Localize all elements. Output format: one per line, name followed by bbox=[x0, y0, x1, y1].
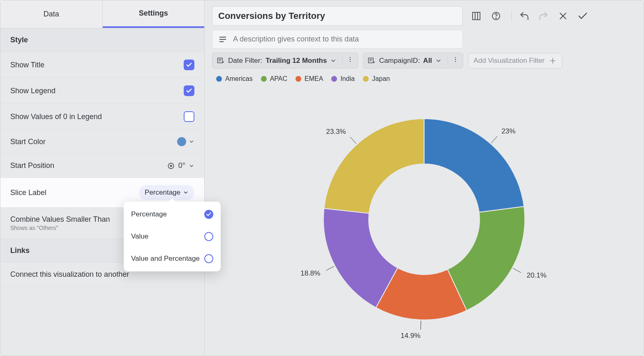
chart-legend: AmericasAPACEMEAIndiaJapan bbox=[212, 73, 636, 83]
settings-panel: Data Settings Style Show Title Show Lege… bbox=[0, 0, 205, 356]
start-position-picker[interactable]: 0° bbox=[167, 161, 194, 170]
redo-button[interactable] bbox=[537, 10, 549, 22]
radio-unselected-icon bbox=[204, 254, 213, 263]
tab-data[interactable]: Data bbox=[0, 0, 103, 28]
slice-leader bbox=[513, 268, 521, 273]
setting-label: Start Color bbox=[10, 138, 177, 146]
legend-dot bbox=[216, 76, 222, 82]
setting-show-zero: Show Values of 0 in Legend bbox=[0, 104, 204, 130]
slice-label: 23% bbox=[501, 127, 515, 135]
chart-panel: Conversions by Territory bbox=[205, 0, 644, 356]
slice-label: 23.3% bbox=[326, 128, 346, 136]
chevron-down-icon bbox=[183, 190, 189, 195]
chart-topbar: Conversions by Territory bbox=[212, 6, 636, 26]
add-filter-label: Add Visualization Filter bbox=[473, 57, 545, 65]
check-icon bbox=[577, 10, 589, 22]
slice-leader bbox=[421, 320, 421, 329]
checkbox-show-legend[interactable] bbox=[184, 85, 194, 96]
setting-label: Show Values of 0 in Legend bbox=[10, 113, 184, 121]
checkbox-show-zero[interactable] bbox=[184, 111, 194, 122]
setting-label: Start Position bbox=[10, 161, 167, 170]
legend-label: Americas bbox=[225, 75, 253, 83]
setting-label: Show Title bbox=[10, 61, 184, 69]
chart-area: 23%20.1%14.9%18.8%23.3% bbox=[212, 87, 636, 351]
legend-label: EMEA bbox=[305, 75, 323, 83]
plus-icon bbox=[549, 57, 557, 65]
add-filter-button[interactable]: Add Visualization Filter bbox=[468, 53, 562, 69]
chevron-down-icon bbox=[189, 139, 194, 145]
close-button[interactable] bbox=[557, 10, 569, 22]
undo-icon bbox=[519, 11, 530, 21]
tab-settings[interactable]: Settings bbox=[103, 0, 205, 28]
legend-item[interactable]: Americas bbox=[216, 75, 253, 83]
filter-bar: Date Filter: Trailing 12 Months Campaign… bbox=[212, 53, 636, 69]
filter-date[interactable]: Date Filter: Trailing 12 Months bbox=[212, 53, 358, 69]
chart-title-input[interactable]: Conversions by Territory bbox=[212, 6, 463, 26]
filter-label: Date Filter: bbox=[228, 57, 262, 65]
kebab-icon bbox=[347, 56, 353, 63]
svg-point-21 bbox=[455, 57, 456, 58]
setting-start-color: Start Color bbox=[0, 130, 204, 154]
filter-label: CampaignID: bbox=[379, 57, 420, 65]
redo-icon bbox=[538, 11, 549, 21]
slice-label-option-value-and-percentage[interactable]: Value and Percentage bbox=[124, 248, 221, 270]
filter-menu-button[interactable] bbox=[342, 56, 353, 65]
grid-icon-button[interactable] bbox=[470, 10, 482, 22]
check-icon bbox=[186, 62, 192, 68]
slice-label-value: Percentage bbox=[145, 188, 180, 197]
setting-label: Connect this visualization to another bbox=[10, 270, 194, 279]
legend-item[interactable]: Japan bbox=[363, 75, 390, 83]
help-button[interactable] bbox=[490, 10, 502, 22]
start-color-picker[interactable] bbox=[177, 137, 194, 146]
setting-start-position: Start Position 0° bbox=[0, 154, 204, 178]
legend-label: APAC bbox=[270, 75, 287, 83]
svg-point-1 bbox=[170, 165, 171, 166]
grid-icon bbox=[471, 11, 481, 21]
slice-leader bbox=[326, 266, 334, 270]
legend-dot bbox=[295, 76, 301, 82]
donut-chart: 23%20.1%14.9%18.8%23.3% bbox=[268, 100, 580, 338]
filter-icon bbox=[217, 57, 225, 65]
legend-item[interactable]: APAC bbox=[261, 75, 287, 83]
svg-rect-12 bbox=[218, 58, 223, 63]
legend-dot bbox=[363, 76, 369, 82]
option-label: Percentage bbox=[131, 210, 167, 218]
paragraph-icon bbox=[218, 35, 227, 44]
kebab-icon bbox=[452, 56, 459, 63]
svg-rect-2 bbox=[473, 12, 480, 20]
legend-label: Japan bbox=[372, 75, 390, 83]
chevron-down-icon bbox=[330, 57, 337, 64]
slice-label-option-value[interactable]: Value bbox=[124, 225, 221, 248]
chevron-down-icon bbox=[435, 57, 442, 64]
slice-label: 18.8% bbox=[300, 269, 320, 277]
legend-dot bbox=[261, 76, 267, 82]
setting-show-title: Show Title bbox=[0, 52, 204, 78]
undo-button[interactable] bbox=[511, 10, 530, 22]
slice-label-popup: Percentage Value Value and Percentage bbox=[124, 202, 221, 271]
start-position-value: 0° bbox=[178, 161, 185, 170]
help-icon bbox=[491, 11, 501, 21]
radio-selected-icon bbox=[204, 210, 213, 219]
filter-icon bbox=[367, 57, 376, 65]
chevron-down-icon bbox=[189, 163, 194, 169]
slice-label-dropdown[interactable]: Percentage bbox=[139, 185, 194, 200]
confirm-button[interactable] bbox=[577, 10, 589, 22]
slice-leader bbox=[350, 137, 356, 143]
filter-campaign[interactable]: CampaignID: All bbox=[363, 53, 463, 69]
legend-item[interactable]: India bbox=[331, 75, 355, 83]
filter-menu-button[interactable] bbox=[448, 56, 459, 65]
svg-point-6 bbox=[496, 18, 496, 18]
legend-label: India bbox=[340, 75, 355, 83]
option-label: Value and Percentage bbox=[131, 255, 200, 263]
description-row bbox=[212, 30, 463, 48]
description-input[interactable] bbox=[232, 34, 457, 44]
slice-label-option-percentage[interactable]: Percentage bbox=[124, 203, 221, 225]
option-label: Value bbox=[131, 232, 148, 241]
legend-item[interactable]: EMEA bbox=[295, 75, 323, 83]
slice-label: 20.1% bbox=[527, 271, 547, 279]
svg-point-17 bbox=[350, 61, 351, 62]
app-root: Data Settings Style Show Title Show Lege… bbox=[0, 0, 644, 356]
checkbox-show-title[interactable] bbox=[184, 60, 194, 70]
svg-rect-18 bbox=[369, 58, 374, 63]
panel-tabs: Data Settings bbox=[0, 0, 204, 28]
